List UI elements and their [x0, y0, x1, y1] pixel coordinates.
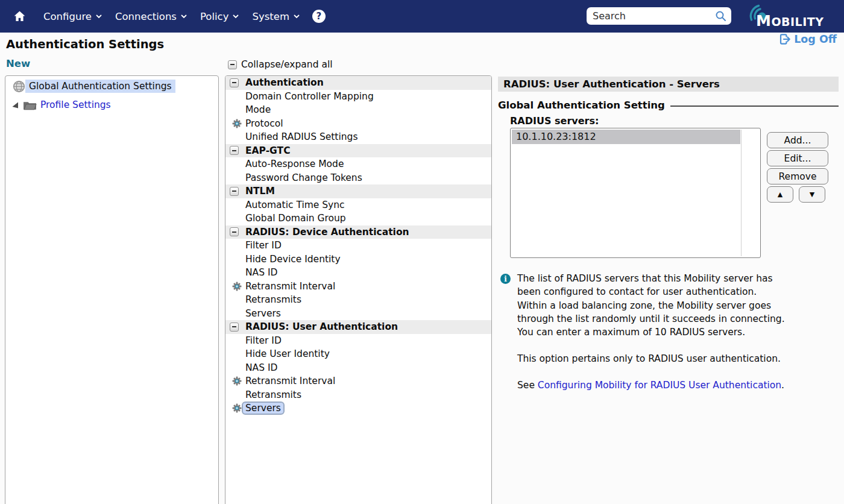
- detail-pane-title: RADIUS: User Authentication - Servers: [498, 77, 839, 92]
- section-item[interactable]: Hide Device Identity: [225, 253, 491, 266]
- top-navbar: ConfigureConnectionsPolicySystem ? MOBIL…: [0, 0, 844, 33]
- collapse-icon[interactable]: [228, 60, 237, 69]
- info-paragraph-2: This option pertains only to RADIUS user…: [517, 352, 844, 365]
- section-item[interactable]: Hide User Identity: [225, 347, 491, 361]
- section-item-label[interactable]: Auto-Response Mode: [245, 159, 344, 169]
- tree-item[interactable]: Profile Settings: [5, 96, 218, 113]
- nav-menu-label: Policy: [200, 11, 228, 22]
- section-item-label[interactable]: Protocol: [245, 118, 283, 129]
- section-item[interactable]: Retransmit Interval: [225, 280, 491, 294]
- add-button[interactable]: Add...: [767, 132, 828, 148]
- radius-servers-listbox[interactable]: 10.1.10.23:1812: [510, 128, 761, 258]
- search-input[interactable]: [593, 10, 715, 22]
- collapse-icon[interactable]: [230, 227, 239, 236]
- server-list-item[interactable]: 10.1.10.23:1812: [512, 130, 740, 144]
- tree-item[interactable]: Global Authentication Settings: [5, 78, 218, 95]
- section-item-label[interactable]: Filter ID: [245, 240, 282, 251]
- section-item[interactable]: Retransmits: [225, 388, 491, 402]
- chevron-down-icon: [96, 14, 102, 19]
- section-item[interactable]: Protocol: [225, 117, 491, 131]
- section-item-label[interactable]: Hide Device Identity: [245, 254, 341, 265]
- section-item-label[interactable]: Retransmits: [245, 294, 301, 305]
- collapse-icon[interactable]: [230, 323, 239, 332]
- group-label: Global Authentication Setting: [498, 99, 665, 111]
- globe-icon: [13, 80, 25, 93]
- help-icon[interactable]: ?: [312, 10, 326, 23]
- section-header[interactable]: RADIUS: Device Authentication: [225, 225, 491, 239]
- page-title: Authentication Settings: [6, 37, 164, 51]
- section-title: RADIUS: User Authentication: [245, 321, 398, 332]
- section-title: EAP-GTC: [245, 145, 291, 156]
- section-item[interactable]: Retransmits: [225, 293, 491, 307]
- doc-link[interactable]: Configuring Mobility for RADIUS User Aut…: [538, 380, 781, 391]
- section-item-label[interactable]: Retransmit Interval: [245, 281, 335, 292]
- section-item[interactable]: Global Domain Group: [225, 212, 491, 225]
- section-item[interactable]: Unified RADIUS Settings: [225, 130, 491, 144]
- section-item[interactable]: NAS ID: [225, 266, 491, 280]
- collapse-expand-label: Collapse/expand all: [241, 59, 333, 70]
- collapse-expand-all[interactable]: Collapse/expand all: [228, 59, 333, 70]
- edit-button[interactable]: Edit...: [767, 150, 828, 166]
- collapse-icon[interactable]: [230, 187, 239, 196]
- tree-item-label[interactable]: Profile Settings: [37, 98, 115, 112]
- nav-menus: ConfigureConnectionsPolicySystem: [37, 6, 306, 27]
- collapse-icon[interactable]: [230, 78, 239, 87]
- section-item[interactable]: Servers: [225, 402, 491, 415]
- section-header[interactable]: RADIUS: User Authentication: [225, 320, 491, 334]
- section-item[interactable]: NAS ID: [225, 361, 491, 375]
- section-item[interactable]: Automatic Time Sync: [225, 198, 491, 212]
- folder-icon: [23, 99, 37, 111]
- section-item-label[interactable]: Password Change Tokens: [245, 172, 362, 183]
- move-down-button[interactable]: ▼: [799, 186, 825, 203]
- section-item[interactable]: Password Change Tokens: [225, 171, 491, 185]
- section-item-label[interactable]: Servers: [242, 402, 285, 415]
- section-item-label[interactable]: Mode: [245, 104, 271, 115]
- settings-list-panel: AuthenticationDomain Controller MappingM…: [225, 75, 492, 504]
- section-item-label[interactable]: Hide User Identity: [245, 348, 330, 359]
- log-off-icon: [779, 33, 791, 45]
- section-item[interactable]: Filter ID: [225, 334, 491, 348]
- nav-menu-configure[interactable]: Configure: [37, 6, 109, 27]
- section-item-label[interactable]: NAS ID: [245, 267, 277, 278]
- section-item[interactable]: Mode: [225, 103, 491, 117]
- section-item-label[interactable]: Filter ID: [245, 335, 282, 346]
- remove-button[interactable]: Remove: [767, 168, 828, 184]
- info-paragraph-1: The list of RADIUS servers that this Mob…: [517, 272, 844, 339]
- see-prefix: See: [517, 380, 538, 391]
- nav-menu-policy[interactable]: Policy: [194, 6, 245, 27]
- section-item[interactable]: Retransmit Interval: [225, 374, 491, 388]
- gear-icon: [232, 376, 242, 388]
- chevron-down-icon: [294, 14, 300, 19]
- section-item-label[interactable]: Automatic Time Sync: [245, 200, 345, 210]
- section-header[interactable]: EAP-GTC: [225, 144, 491, 158]
- home-icon[interactable]: [13, 10, 26, 22]
- section-item-label[interactable]: Unified RADIUS Settings: [245, 131, 357, 142]
- section-item[interactable]: Domain Controller Mapping: [225, 90, 491, 104]
- section-title: Authentication: [245, 77, 324, 88]
- section-item[interactable]: Servers: [225, 307, 491, 321]
- nav-menu-connections[interactable]: Connections: [109, 6, 194, 27]
- new-link[interactable]: New: [6, 58, 30, 69]
- page-root: ConfigureConnectionsPolicySystem ? MOBIL…: [0, 0, 844, 504]
- chevron-down-icon: [181, 14, 187, 19]
- section-item-label[interactable]: Global Domain Group: [245, 213, 346, 224]
- log-off-label: Log Off: [794, 33, 837, 45]
- nav-menu-system[interactable]: System: [245, 6, 306, 27]
- section-item-label[interactable]: Retransmit Interval: [245, 376, 335, 386]
- expander-icon[interactable]: [11, 101, 19, 109]
- section-item-label[interactable]: Servers: [245, 308, 281, 319]
- section-item-label[interactable]: Retransmits: [245, 389, 301, 400]
- section-item-label[interactable]: Domain Controller Mapping: [245, 91, 374, 102]
- move-up-button[interactable]: ▲: [767, 186, 793, 203]
- tree-item-label[interactable]: Global Authentication Settings: [25, 80, 175, 93]
- radius-servers-label: RADIUS servers:: [510, 115, 599, 127]
- collapse-icon[interactable]: [230, 146, 239, 155]
- section-item[interactable]: Filter ID: [225, 239, 491, 253]
- log-off-link[interactable]: Log Off: [779, 33, 837, 45]
- search-icon[interactable]: [715, 10, 726, 22]
- section-header[interactable]: Authentication: [225, 76, 491, 90]
- section-item-label[interactable]: NAS ID: [245, 362, 277, 373]
- section-header[interactable]: NTLM: [225, 184, 491, 198]
- section-item[interactable]: Auto-Response Mode: [225, 157, 491, 171]
- section-title: NTLM: [245, 186, 275, 197]
